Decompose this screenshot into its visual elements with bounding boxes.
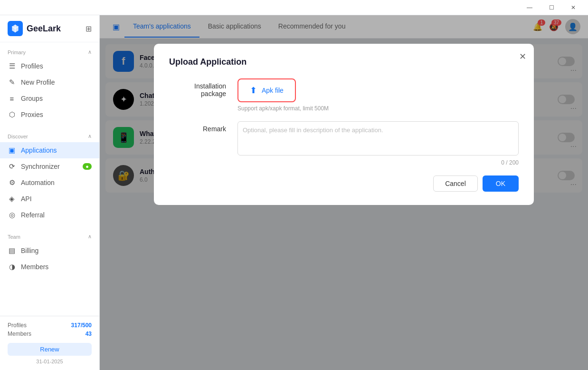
dialog-close-button[interactable]: ✕ (519, 51, 526, 62)
synchronizer-badge: ● (83, 163, 92, 170)
brand-name: GeeLark (27, 24, 61, 34)
sidebar-item-referral[interactable]: ◎ Referral (0, 207, 99, 223)
expire-date: 31-01-2025 (8, 359, 92, 364)
upload-apk-button[interactable]: ⬆ Apk file (237, 78, 296, 102)
upload-hint: Support apk/xapk format, limit 500M (237, 105, 519, 112)
main-content: ▣ Team's applications Basic applications… (100, 15, 588, 370)
sidebar-item-api[interactable]: ◈ API (0, 191, 99, 207)
automation-icon: ⚙ (8, 178, 16, 187)
primary-section-label[interactable]: Primary ∧ (0, 46, 99, 58)
api-icon: ◈ (8, 195, 16, 203)
applications-icon: ▣ (8, 146, 16, 155)
remark-label: Remark (169, 121, 226, 133)
installation-field: ⬆ Apk file Support apk/xapk format, limi… (237, 78, 519, 112)
installation-label: Installation package (169, 78, 226, 97)
close-button[interactable]: ✕ (562, 0, 584, 15)
sidebar-item-members[interactable]: ◑ Members (0, 259, 99, 275)
sidebar-item-automation[interactable]: ⚙ Automation (0, 175, 99, 191)
app-layout: GeeLark ⊞ Primary ∧ ☰ Profiles ✎ New Pro… (0, 15, 588, 370)
renew-button[interactable]: Renew (8, 343, 92, 356)
sidebar-footer: Profiles 317/500 Members 43 Renew 31-01-… (0, 316, 99, 370)
sidebar-item-new-profile[interactable]: ✎ New Profile (0, 74, 99, 90)
sidebar-item-profiles[interactable]: ☰ Profiles (0, 58, 99, 74)
discover-section: Discover ∧ ▣ Applications ⟳ Synchronizer… (0, 127, 99, 227)
proxies-icon: ⬡ (8, 110, 16, 119)
synchronizer-icon: ⟳ (8, 162, 16, 171)
upload-icon: ⬆ (250, 85, 257, 96)
sidebar-item-applications[interactable]: ▣ Applications (0, 142, 99, 158)
team-section: Team ∧ ▤ Billing ◑ Members (0, 227, 99, 279)
minimize-button[interactable]: — (519, 0, 541, 15)
remark-row: Remark 0 / 200 (169, 121, 519, 166)
team-section-label[interactable]: Team ∧ (0, 231, 99, 243)
upload-dialog: Upload Application ✕ Installation packag… (154, 44, 534, 205)
logo-icon (8, 21, 23, 36)
members-stat: Members 43 (8, 331, 92, 337)
profiles-stat: Profiles 317/500 (8, 322, 92, 329)
sidebar-item-proxies[interactable]: ⬡ Proxies (0, 107, 99, 123)
new-profile-icon: ✎ (8, 78, 16, 87)
discover-section-label[interactable]: Discover ∧ (0, 130, 99, 142)
modal-overlay: Upload Application ✕ Installation packag… (100, 15, 588, 370)
dialog-title: Upload Application (169, 57, 519, 67)
remark-field: 0 / 200 (237, 121, 519, 166)
char-count: 0 / 200 (237, 159, 519, 166)
primary-section: Primary ∧ ☰ Profiles ✎ New Profile ≡ Gro… (0, 42, 99, 127)
ok-button[interactable]: OK (483, 175, 519, 192)
sidebar-item-synchronizer[interactable]: ⟳ Synchronizer ● (0, 158, 99, 175)
installation-row: Installation package ⬆ Apk file Support … (169, 78, 519, 112)
window-controls: — ☐ ✕ (519, 0, 584, 15)
billing-icon: ▤ (8, 246, 16, 255)
sidebar-toggle-icon[interactable]: ⊞ (85, 24, 92, 33)
sidebar-header: GeeLark ⊞ (0, 15, 99, 42)
cancel-button[interactable]: Cancel (433, 175, 478, 192)
referral-icon: ◎ (8, 211, 16, 219)
dialog-footer: Cancel OK (169, 175, 519, 192)
profiles-icon: ☰ (8, 62, 16, 70)
groups-icon: ≡ (8, 94, 16, 103)
titlebar: — ☐ ✕ (0, 0, 588, 15)
maximize-button[interactable]: ☐ (541, 0, 562, 15)
remark-textarea[interactable] (237, 121, 519, 156)
sidebar: GeeLark ⊞ Primary ∧ ☰ Profiles ✎ New Pro… (0, 15, 100, 370)
sidebar-item-billing[interactable]: ▤ Billing (0, 243, 99, 259)
sidebar-item-groups[interactable]: ≡ Groups (0, 90, 99, 107)
members-icon: ◑ (8, 263, 16, 271)
